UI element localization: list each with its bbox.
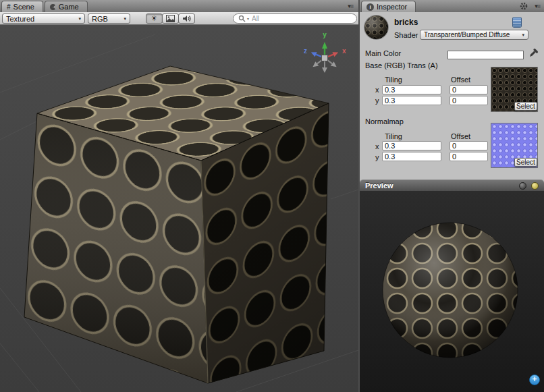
sun-icon: ☀ bbox=[151, 15, 158, 22]
search-input[interactable] bbox=[250, 14, 352, 23]
scene-skybox-toggle[interactable] bbox=[162, 13, 179, 24]
chevron-down-icon: ▾ bbox=[522, 32, 524, 38]
gizmo-y-label: y bbox=[323, 31, 327, 38]
normalmap-x-label: x bbox=[375, 142, 379, 150]
scene-audio-toggle[interactable] bbox=[178, 13, 195, 24]
main-color-label: Main Color bbox=[365, 49, 401, 57]
tab-game[interactable]: Game bbox=[45, 1, 88, 12]
draw-mode-dropdown[interactable]: Textured ▾ bbox=[2, 13, 85, 24]
preview-title: Preview bbox=[365, 181, 393, 190]
gizmo-neg-axis[interactable] bbox=[322, 67, 327, 73]
unity-editor-window: # Scene Game ▾≡ Textured ▾ RGB ▾ ☀ bbox=[0, 0, 544, 392]
base-x-label: x bbox=[375, 86, 379, 94]
draw-mode-value: Textured bbox=[6, 15, 34, 23]
normalmap-offset-y-input[interactable] bbox=[450, 152, 488, 161]
base-offset-x-input[interactable] bbox=[450, 85, 488, 94]
base-offset-y-input[interactable] bbox=[450, 96, 488, 105]
scene-lighting-toggle[interactable]: ☀ bbox=[146, 13, 163, 24]
base-tiling-header: Tiling bbox=[385, 76, 402, 84]
info-icon: i bbox=[366, 3, 374, 11]
textured-cube[interactable] bbox=[24, 66, 329, 383]
orientation-gizmo: y x z bbox=[304, 31, 346, 73]
preview-area[interactable]: + bbox=[360, 191, 544, 392]
gizmo-center-cube[interactable] bbox=[322, 55, 328, 61]
main-color-swatch[interactable] bbox=[447, 51, 524, 59]
game-tab-label: Game bbox=[59, 3, 79, 11]
inspector-tabstrip: i Inspector ▾≡ bbox=[360, 0, 544, 12]
normalmap-select-button[interactable]: Select bbox=[514, 158, 537, 167]
scene-grid-icon: # bbox=[7, 3, 11, 11]
preview-light-button[interactable] bbox=[531, 182, 539, 190]
gizmo-z-label: z bbox=[304, 47, 307, 55]
preview-model-button[interactable] bbox=[519, 182, 526, 190]
scene-viewport[interactable]: y x z bbox=[0, 25, 358, 392]
normalmap-offset-header: Offset bbox=[451, 132, 470, 140]
base-tiling-x-input[interactable] bbox=[382, 85, 441, 94]
base-section-title: Base (RGB) Trans (A) bbox=[365, 61, 438, 69]
material-sphere-icon[interactable] bbox=[364, 16, 388, 39]
scene-tabstrip: # Scene Game ▾≡ bbox=[0, 0, 358, 12]
chevron-down-icon: ▾ bbox=[78, 16, 81, 22]
game-icon bbox=[50, 4, 56, 10]
normalmap-section-title: Normalmap bbox=[365, 117, 404, 125]
scene-toolbar: Textured ▾ RGB ▾ ☀ bbox=[0, 12, 358, 25]
scene-panel-menu-icon[interactable]: ▾≡ bbox=[348, 3, 353, 9]
inspector-panel: i Inspector ▾≡ bricks Shader Transparent… bbox=[360, 0, 544, 392]
base-y-label: y bbox=[375, 96, 379, 105]
eyedropper-icon[interactable] bbox=[528, 48, 539, 59]
chevron-down-icon: ▾ bbox=[124, 16, 126, 22]
base-select-button[interactable]: Select bbox=[514, 102, 537, 111]
scene-search-field[interactable]: ▾ bbox=[233, 13, 357, 24]
scene-tab-label: Scene bbox=[13, 3, 34, 11]
normalmap-tiling-x-input[interactable] bbox=[382, 141, 441, 150]
shader-label: Shader bbox=[394, 31, 418, 39]
search-filter-arrow-icon[interactable]: ▾ bbox=[247, 16, 249, 21]
base-offset-header: Offset bbox=[451, 76, 470, 84]
base-tiling-y-input[interactable] bbox=[382, 96, 441, 105]
tab-inspector[interactable]: i Inspector bbox=[361, 1, 416, 12]
preview-add-button[interactable]: + bbox=[529, 374, 540, 385]
image-icon bbox=[166, 15, 175, 22]
inspector-tab-label: Inspector bbox=[377, 3, 407, 11]
render-mode-dropdown[interactable]: RGB ▾ bbox=[88, 13, 130, 24]
shader-value: Transparent/Bumped Diffuse bbox=[424, 31, 510, 38]
search-icon bbox=[238, 15, 246, 22]
material-name: bricks bbox=[394, 18, 418, 27]
normalmap-offset-x-input[interactable] bbox=[450, 141, 488, 150]
gizmo-y-axis[interactable]: y bbox=[322, 31, 327, 58]
gear-icon[interactable] bbox=[520, 2, 528, 11]
gizmo-x-label: x bbox=[342, 47, 346, 55]
inspector-menu-icon[interactable]: ▾≡ bbox=[535, 3, 540, 9]
speaker-icon bbox=[182, 15, 191, 22]
preview-sphere[interactable] bbox=[360, 191, 544, 392]
render-mode-value: RGB bbox=[92, 15, 108, 23]
normalmap-tiling-y-input[interactable] bbox=[382, 152, 441, 161]
normalmap-tiling-header: Tiling bbox=[385, 132, 402, 140]
shader-dropdown[interactable]: Transparent/Bumped Diffuse ▾ bbox=[420, 30, 528, 40]
preview-header[interactable]: Preview bbox=[360, 179, 544, 191]
normalmap-y-label: y bbox=[375, 153, 379, 161]
help-book-icon[interactable] bbox=[513, 18, 521, 27]
tab-scene[interactable]: # Scene bbox=[1, 1, 43, 12]
